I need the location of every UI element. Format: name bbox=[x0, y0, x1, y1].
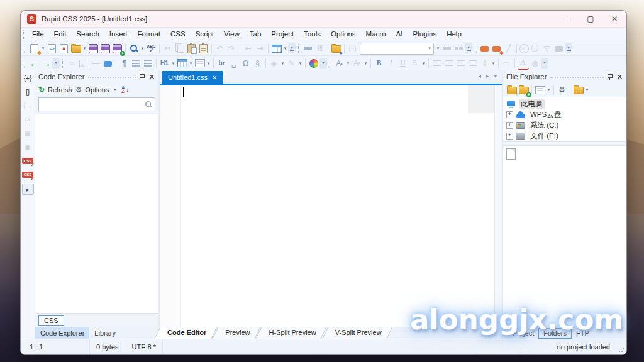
open-file-icon[interactable] bbox=[70, 43, 82, 54]
search-term-icon[interactable]: ▾ bbox=[360, 43, 434, 55]
search-term-dropdown[interactable]: ▾ bbox=[426, 46, 433, 51]
search-term-dropdown[interactable]: ▾ bbox=[435, 46, 441, 51]
menu-project[interactable]: Project bbox=[266, 28, 299, 41]
menu-view[interactable]: View bbox=[219, 28, 245, 41]
new-document-icon[interactable]: ✱ bbox=[29, 43, 40, 54]
view-tab-v-split-preview[interactable]: V-Split Preview bbox=[328, 327, 393, 339]
code-explorer-tree[interactable] bbox=[35, 114, 158, 313]
tree-item[interactable]: +WPS云盘 bbox=[503, 109, 626, 120]
filter-icon[interactable]: ▽ bbox=[541, 43, 553, 54]
new-html-document-icon[interactable]: <> bbox=[47, 43, 58, 54]
menu-script[interactable]: Script bbox=[191, 28, 219, 41]
code-template-icon[interactable]: {··} bbox=[347, 43, 358, 54]
favorites-folder-icon[interactable] bbox=[573, 84, 584, 96]
validate-icon[interactable]: ✓ bbox=[519, 44, 529, 53]
menu-insert[interactable]: Insert bbox=[104, 28, 133, 41]
align-left-icon[interactable] bbox=[431, 58, 443, 69]
fe-tab-folders[interactable]: Folders bbox=[538, 328, 572, 339]
expander-icon[interactable]: + bbox=[506, 133, 513, 140]
overflow-button[interactable]: ▾ bbox=[319, 58, 327, 69]
open-file-dropdown[interactable]: ▾ bbox=[82, 46, 87, 51]
undo-icon[interactable]: ↶ bbox=[214, 43, 226, 54]
div-container-icon[interactable]: ▭ bbox=[501, 58, 513, 69]
search-term-input[interactable] bbox=[360, 44, 426, 53]
options-dropdown-icon[interactable]: ▾ bbox=[112, 87, 118, 92]
save-icon[interactable] bbox=[88, 43, 99, 54]
find-dialog-icon[interactable] bbox=[303, 43, 314, 54]
special-character-icon[interactable]: Ω bbox=[240, 58, 252, 69]
tab-list-icon[interactable]: ▾ bbox=[494, 73, 497, 79]
bullet-list-icon[interactable] bbox=[131, 58, 142, 69]
overflow-button[interactable]: ▾ bbox=[288, 43, 296, 53]
menu-plugins[interactable]: Plugins bbox=[408, 28, 441, 41]
editor-scrollbar[interactable] bbox=[494, 85, 502, 327]
snippet-insert-icon[interactable]: {→ bbox=[23, 101, 33, 111]
insert-form-dropdown[interactable]: ▾ bbox=[206, 61, 211, 66]
find-in-files-icon[interactable]: ● bbox=[331, 43, 342, 54]
resize-grip[interactable] bbox=[618, 346, 625, 353]
find-icon[interactable] bbox=[128, 43, 140, 54]
cut-icon[interactable]: ✂ bbox=[162, 43, 174, 54]
menu-file[interactable]: File bbox=[27, 28, 49, 41]
menu-macro[interactable]: Macro bbox=[361, 28, 391, 41]
replace-icon[interactable]: ABAC bbox=[314, 43, 326, 54]
pin-icon[interactable] bbox=[139, 74, 145, 80]
insert-table-icon[interactable] bbox=[177, 58, 188, 69]
menu-tab[interactable]: Tab bbox=[245, 28, 267, 41]
find-next-icon[interactable] bbox=[453, 43, 465, 54]
sort-az-icon[interactable]: AZ bbox=[121, 86, 125, 94]
view-tab-preview[interactable]: Preview bbox=[218, 327, 261, 339]
find-dropdown[interactable]: ▾ bbox=[140, 46, 145, 51]
view-tab-h-split-preview[interactable]: H-Split Preview bbox=[261, 327, 327, 339]
line-spacing-icon[interactable]: ⇕ bbox=[479, 58, 491, 69]
view-mode-icon[interactable] bbox=[535, 84, 546, 96]
tree-item[interactable]: +文件 (E:) bbox=[503, 131, 626, 141]
tab-scroll-left-icon[interactable]: ◂ bbox=[478, 73, 481, 79]
find-previous-icon[interactable] bbox=[441, 43, 453, 54]
panel-tab-library[interactable]: Library bbox=[89, 327, 121, 339]
new-style-document-icon[interactable]: A bbox=[58, 43, 70, 54]
insert-hr-icon[interactable]: — bbox=[91, 58, 102, 69]
refresh-icon[interactable]: ↻ bbox=[38, 85, 45, 94]
navigate-forward-icon[interactable]: → bbox=[41, 58, 52, 69]
heading-dropdown[interactable]: ▾ bbox=[170, 61, 176, 66]
block-view-icon[interactable]: ▣ bbox=[23, 142, 33, 152]
info-icon[interactable]: ⓘ bbox=[530, 43, 541, 54]
format-brush-dropdown[interactable]: ▾ bbox=[297, 61, 303, 66]
unindent-icon[interactable]: ⇤ bbox=[243, 43, 254, 54]
fe-tab-ftp[interactable]: FTP bbox=[572, 329, 594, 338]
maximize-button[interactable]: ▢ bbox=[579, 11, 602, 27]
numbered-list-icon[interactable] bbox=[143, 58, 154, 69]
close-panel-icon[interactable]: ✕ bbox=[616, 74, 623, 80]
css-scope-button[interactable]: CSS bbox=[38, 315, 64, 326]
folder-up-icon[interactable]: ↑ bbox=[506, 84, 518, 96]
redo-icon[interactable]: ↷ bbox=[226, 43, 238, 54]
panel-tab-code-explorer[interactable]: Code Explorer bbox=[35, 327, 89, 339]
save-all-icon[interactable]: + bbox=[112, 43, 123, 54]
overflow-button[interactable]: ▾ bbox=[52, 58, 60, 69]
menu-help[interactable]: Help bbox=[441, 28, 467, 41]
braces-icon[interactable]: {} bbox=[23, 87, 33, 97]
annotate-line-icon[interactable]: ╱ bbox=[503, 43, 514, 54]
tab-close-icon[interactable]: ✕ bbox=[212, 74, 217, 81]
save-as-icon[interactable] bbox=[100, 43, 111, 54]
strip-expand-icon[interactable]: ▸ bbox=[22, 184, 34, 195]
menu-format[interactable]: Format bbox=[133, 28, 165, 41]
options-button[interactable]: Options bbox=[85, 86, 109, 94]
file-list-pane[interactable] bbox=[503, 146, 626, 327]
navigate-back-icon[interactable]: ← bbox=[29, 58, 40, 69]
view-mode-dropdown[interactable]: ▾ bbox=[546, 87, 552, 92]
css-errors-icon[interactable]: CSS✓ bbox=[22, 170, 33, 180]
tree-item[interactable]: 此电脑 bbox=[503, 99, 626, 109]
insert-table-dropdown[interactable]: ▾ bbox=[188, 61, 194, 66]
code-explorer-search-input[interactable] bbox=[41, 100, 144, 109]
heading-icon[interactable]: H1 bbox=[159, 58, 170, 69]
underline-icon[interactable]: U bbox=[397, 58, 409, 69]
insert-image-icon[interactable] bbox=[79, 58, 90, 69]
panels-layout-dropdown[interactable]: ▾ bbox=[282, 46, 288, 51]
close-panel-icon[interactable]: ✕ bbox=[148, 74, 155, 80]
tag-icon[interactable]: ◈ bbox=[269, 58, 280, 69]
menu-tools[interactable]: Tools bbox=[299, 28, 326, 41]
pin-icon[interactable] bbox=[607, 74, 613, 80]
indent-icon[interactable]: ⇥ bbox=[255, 43, 266, 54]
